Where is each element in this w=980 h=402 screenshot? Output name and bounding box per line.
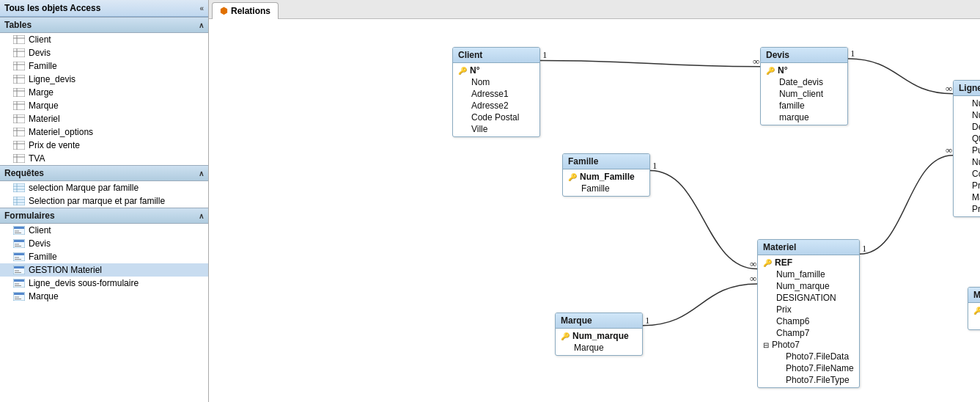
rel-field: Designation	[954, 121, 980, 133]
sidebar-item-tva[interactable]: TVA	[0, 152, 208, 165]
rel-field: 🔑N°	[453, 65, 539, 76]
section-requetes[interactable]: Requêtes ∧	[0, 165, 208, 181]
field-name: Photo7.FileData	[786, 351, 849, 362]
item-icon	[13, 266, 25, 274]
pk-key-icon: 🔑	[561, 332, 570, 340]
sidebar-item-marque[interactable]: Marque	[0, 99, 208, 112]
rel-table-client[interactable]: Client🔑N°NomAdresse1Adresse2Code PostalV…	[452, 47, 540, 137]
rel-table-body-client: 🔑N°NomAdresse1Adresse2Code PostalVille	[453, 63, 539, 136]
main-area: ⬢ Relations 1∞1∞1∞1∞1∞1∞ Client🔑N°NomAdr…	[209, 0, 980, 402]
rel-field: DESIGNATION	[758, 292, 859, 304]
field-name: Marge	[972, 192, 980, 202]
item-icon	[13, 197, 25, 205]
svg-rect-24	[13, 141, 25, 150]
svg-rect-27	[13, 154, 25, 163]
item-icon	[13, 35, 25, 44]
sidebar-collapse-button[interactable]: «	[199, 4, 204, 12]
relations-tab-icon: ⬢	[220, 6, 227, 16]
tables-list: Client Devis Famille Ligne_devis Marge M	[0, 33, 208, 165]
sidebar-item-materiel[interactable]: Materiel	[0, 112, 208, 125]
relations-canvas: 1∞1∞1∞1∞1∞1∞ Client🔑N°NomAdresse1Adresse…	[209, 19, 980, 402]
sidebar-item-selection-marque-par-famille[interactable]: selection Marque par famille	[0, 181, 208, 194]
rel-field: 🔑REF	[758, 257, 859, 268]
rel-table-body-famille: 🔑Num_FamilleFamille	[563, 169, 649, 196]
svg-rect-9	[13, 75, 25, 84]
section-formulaires[interactable]: Formulaires ∧	[0, 208, 208, 224]
item-label: Devis	[29, 238, 51, 249]
sidebar-item-gestion-materiel[interactable]: GESTION Materiel	[0, 263, 208, 277]
svg-rect-15	[13, 101, 25, 110]
item-icon	[13, 75, 25, 84]
field-name: Nom	[471, 77, 490, 87]
svg-rect-21	[13, 128, 25, 136]
field-name: Adresse1	[471, 89, 509, 99]
item-icon	[13, 279, 25, 288]
field-name: Photo7	[772, 340, 800, 350]
rel-field: Nom	[453, 76, 539, 88]
item-icon	[13, 88, 25, 97]
field-name: famille	[779, 100, 805, 111]
sidebar-item-marge[interactable]: Marge	[0, 86, 208, 99]
field-name: Num_marque	[776, 281, 830, 291]
rel-field: Adresse1	[453, 88, 539, 100]
rel-table-marque[interactable]: Marque🔑Num_marqueMarque	[555, 313, 643, 356]
tab-bar: ⬢ Relations	[209, 0, 980, 19]
field-name: Num_produit	[972, 110, 980, 120]
formulaires-collapse-icon: ∧	[199, 212, 204, 220]
rel-table-materiel_options[interactable]: Materiel_options🔑numproduitoption	[968, 287, 980, 330]
item-label: Ligne_devis	[29, 74, 75, 84]
section-tables[interactable]: Tables ∧	[0, 17, 208, 33]
relation-line	[643, 284, 757, 326]
sidebar-item-ligne_devis-sous-formulaire[interactable]: Ligne_devis sous-formulaire	[0, 277, 208, 290]
rel-table-devis[interactable]: Devis🔑N°Date_devisNum_clientfamillemarqu…	[760, 47, 848, 125]
item-label: GESTION Materiel	[29, 265, 102, 275]
rel-field: Num_devis	[954, 98, 980, 109]
sidebar-header[interactable]: Tous les objets Access «	[0, 0, 208, 17]
sidebar-item-famille[interactable]: Famille	[0, 59, 208, 73]
sidebar-item-selection-par-marque-et-par-famille[interactable]: Selection par marque et par famille	[0, 194, 208, 208]
relation-line	[848, 59, 953, 94]
rel-field: Marque	[556, 342, 642, 354]
sidebar-item-famille[interactable]: Famille	[0, 250, 208, 263]
expand-icon: ⊟	[763, 341, 769, 349]
rel-table-header-famille: Famille	[563, 154, 649, 169]
rel-table-materiel[interactable]: Materiel🔑REFNum_familleNum_marqueDESIGNA…	[757, 239, 860, 388]
formulaires-list: Client Devis Famille GESTION Materiel Li…	[0, 224, 208, 303]
pk-key-icon: 🔑	[766, 67, 775, 75]
rel-field: 🔑numproduit	[968, 304, 980, 316]
sidebar-item-prix-de-vente[interactable]: Prix de vente	[0, 139, 208, 152]
rel-field: Photo7.FileName	[758, 362, 859, 374]
field-name: Num_devis	[972, 98, 980, 109]
relation-line	[650, 171, 757, 269]
rel-table-famille[interactable]: Famille🔑Num_FamilleFamille	[562, 153, 650, 197]
relation-line	[860, 156, 953, 254]
section-requetes-label: Requêtes	[4, 168, 44, 178]
rel-table-header-ligne_devis: Ligne_devis	[954, 81, 980, 96]
rel-field: Famille	[563, 183, 649, 194]
sidebar-item-client[interactable]: Client	[0, 33, 208, 46]
sidebar-item-client[interactable]: Client	[0, 224, 208, 237]
relation-label: 1	[652, 160, 657, 171]
sidebar-item-devis[interactable]: Devis	[0, 237, 208, 250]
rel-table-ligne_devis[interactable]: Ligne_devisNum_devisNum_produitDesignati…	[953, 80, 980, 217]
item-label: Devis	[29, 48, 51, 58]
sidebar-item-materiel_options[interactable]: Materiel_options	[0, 125, 208, 139]
svg-rect-30	[13, 183, 25, 192]
tab-relations[interactable]: ⬢ Relations	[212, 2, 279, 19]
field-name: marque	[779, 112, 809, 123]
rel-field: Date_devis	[761, 76, 847, 88]
field-name: Marque	[574, 343, 604, 353]
rel-table-header-materiel_options: Materiel_options	[968, 288, 980, 303]
item-label: TVA	[29, 153, 45, 164]
sidebar-item-ligne_devis[interactable]: Ligne_devis	[0, 73, 208, 86]
rel-field: ⊟ Photo7	[758, 339, 859, 351]
rel-table-body-ligne_devis: Num_devisNum_produitDesignationQtéPuNum_…	[954, 96, 980, 216]
field-name: Num_tva	[972, 157, 980, 167]
sidebar-item-devis[interactable]: Devis	[0, 46, 208, 59]
svg-rect-18	[13, 114, 25, 123]
rel-field: famille	[761, 100, 847, 112]
rel-table-header-devis: Devis	[761, 48, 847, 63]
field-name: DESIGNATION	[776, 293, 836, 303]
sidebar-item-marque[interactable]: Marque	[0, 290, 208, 303]
rel-field: Prix	[758, 304, 859, 315]
